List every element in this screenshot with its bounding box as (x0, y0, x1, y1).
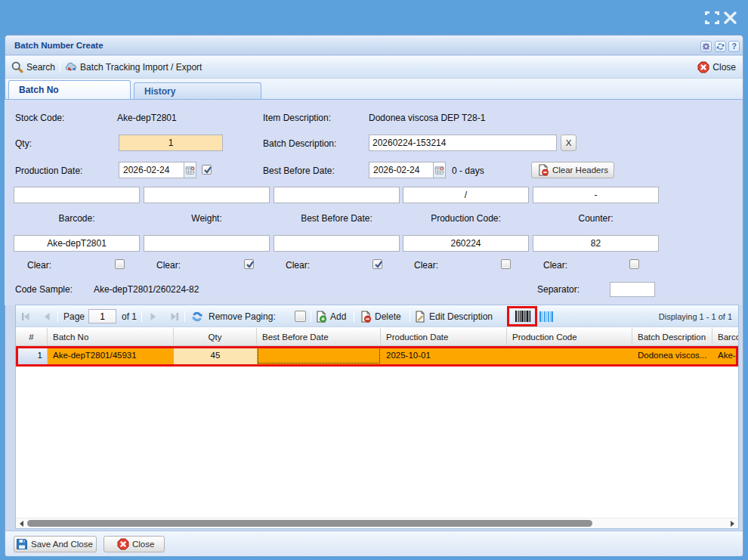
column-header-qty[interactable]: Qty (174, 328, 257, 346)
delete-button[interactable]: Delete (360, 305, 401, 327)
qty-input[interactable] (119, 135, 223, 151)
days-text: 0 - days (452, 166, 484, 176)
window-titlebar[interactable]: Batch Number Create ? (5, 36, 743, 55)
page-of-label: of 1 (122, 305, 137, 327)
tab-batch-no-label: Batch No (19, 85, 59, 95)
edit-description-button[interactable]: Edit Description (414, 305, 493, 327)
batch-no-cell: Ake-depT2801/45931 (48, 346, 174, 364)
clear-weight-checkbox[interactable] (244, 259, 254, 269)
toolbar-separator (184, 311, 185, 322)
grid-refresh-icon (191, 311, 203, 323)
first-page-icon (20, 311, 32, 323)
save-and-close-button[interactable]: Save And Close (14, 536, 97, 552)
maximize-icon[interactable] (705, 11, 719, 24)
settings-gear-button[interactable] (700, 41, 712, 52)
column-header-best-before-date[interactable]: Best Before Date (257, 328, 381, 346)
barcode-value-input[interactable] (14, 235, 140, 252)
search-label: Search (26, 62, 55, 73)
column-header-barcode[interactable]: Barcode (712, 328, 738, 346)
clear-weight-label: Clear: (156, 260, 181, 271)
scrollbar-thumb[interactable] (27, 520, 592, 527)
edit-description-icon (414, 311, 426, 323)
production-date-cell: 2025-10-01 (381, 346, 507, 364)
toolbar-close-button[interactable]: Close (697, 61, 736, 73)
clear-barcode-label: Clear: (27, 260, 51, 271)
horizontal-scrollbar[interactable] (16, 518, 738, 528)
add-icon (315, 311, 327, 323)
next-page-button[interactable] (147, 305, 159, 327)
calendar-icon (434, 166, 444, 175)
barcode-blue-button[interactable] (539, 305, 553, 327)
toolbar-separator (410, 311, 410, 322)
last-page-button[interactable] (168, 305, 181, 327)
clear-headers-label: Clear Headers (552, 166, 608, 175)
clear-batch-description-button[interactable]: X (561, 135, 576, 151)
toolbar-separator (57, 311, 58, 322)
column-header-batch-no[interactable]: Batch No (48, 328, 174, 346)
clear-counter-checkbox[interactable] (629, 259, 639, 269)
counter-segment-label: Counter: (533, 213, 659, 224)
column-header-production-date[interactable]: Production Date (381, 328, 507, 346)
production-date-input[interactable] (119, 162, 184, 178)
barcode-pattern-input[interactable] (14, 187, 140, 203)
best-before-pattern-input[interactable] (274, 187, 400, 203)
window-close-icon[interactable] (723, 11, 737, 24)
grid-row-selected[interactable]: 1 Ake-depT2801/45931 45 2025-10-01 Dodon… (16, 346, 738, 364)
toolbar-separator (354, 311, 354, 322)
remove-paging-checkbox[interactable] (295, 311, 306, 322)
barcode-cell: Ake-depT2801/45931 (712, 346, 738, 364)
footer-close-button[interactable]: Close (104, 536, 165, 552)
previous-page-button[interactable] (41, 305, 53, 327)
help-button[interactable]: ? (728, 41, 740, 52)
weight-pattern-input[interactable] (144, 187, 270, 203)
add-button[interactable]: Add (315, 305, 346, 327)
page-number-input[interactable] (88, 309, 116, 323)
calendar-icon (185, 166, 195, 175)
save-icon (16, 538, 28, 550)
column-header-batch-description[interactable]: Batch Description (632, 328, 712, 346)
clear-production-code-checkbox[interactable] (501, 259, 511, 269)
tab-strip: Batch No History (5, 79, 743, 100)
displaying-status: Displaying 1 - 1 of 1 (659, 305, 732, 327)
add-label: Add (330, 311, 346, 322)
toolbar-separator (311, 311, 311, 322)
column-header-production-code[interactable]: Production Code (507, 328, 632, 346)
production-date-checkbox[interactable] (202, 165, 212, 175)
production-code-pattern-input[interactable] (403, 187, 529, 203)
best-before-date-input[interactable] (369, 162, 433, 178)
print-barcode-button[interactable] (515, 311, 531, 322)
refresh-button[interactable] (715, 41, 726, 52)
grid-header: # Batch No Qty Best Before Date Producti… (16, 328, 738, 346)
scroll-right-arrow[interactable] (728, 520, 736, 528)
best-before-date-calendar-trigger[interactable] (433, 162, 446, 178)
refresh-grid-button[interactable] (191, 305, 203, 327)
tab-batch-no[interactable]: Batch No (8, 80, 131, 99)
code-sample-label: Code Sample: (15, 284, 73, 295)
best-before-date-cell (257, 346, 381, 364)
batch-description-input[interactable] (369, 135, 557, 151)
column-header-number[interactable]: # (16, 328, 48, 346)
qty-cell: 45 (174, 346, 257, 364)
clear-headers-icon (537, 164, 549, 176)
clear-best-before-checkbox[interactable] (372, 259, 382, 269)
search-button[interactable]: Search (11, 61, 55, 73)
item-description-label: Item Description: (263, 113, 331, 123)
clear-headers-button[interactable]: Clear Headers (531, 162, 614, 178)
production-code-value-input[interactable] (403, 235, 529, 252)
separator-input[interactable] (610, 282, 655, 297)
counter-value-input[interactable] (533, 235, 659, 252)
counter-pattern-input[interactable] (533, 187, 659, 203)
best-before-value-input[interactable] (274, 235, 400, 252)
production-date-calendar-trigger[interactable] (184, 162, 196, 178)
scroll-left-arrow[interactable] (18, 520, 26, 528)
production-code-cell (507, 346, 632, 364)
weight-value-input[interactable] (144, 235, 270, 252)
tab-history[interactable]: History (134, 82, 261, 99)
first-page-button[interactable] (20, 305, 32, 327)
batch-tracking-import-export-button[interactable]: Batch Tracking Import / Export (65, 61, 202, 73)
clear-barcode-checkbox[interactable] (115, 259, 125, 269)
next-page-icon (147, 311, 159, 323)
footer-bar: Save And Close Close (5, 531, 743, 556)
grid-toolbar: Page of 1 Remove Paging: (16, 305, 738, 327)
batch-grid: Page of 1 Remove Paging: (15, 305, 739, 529)
